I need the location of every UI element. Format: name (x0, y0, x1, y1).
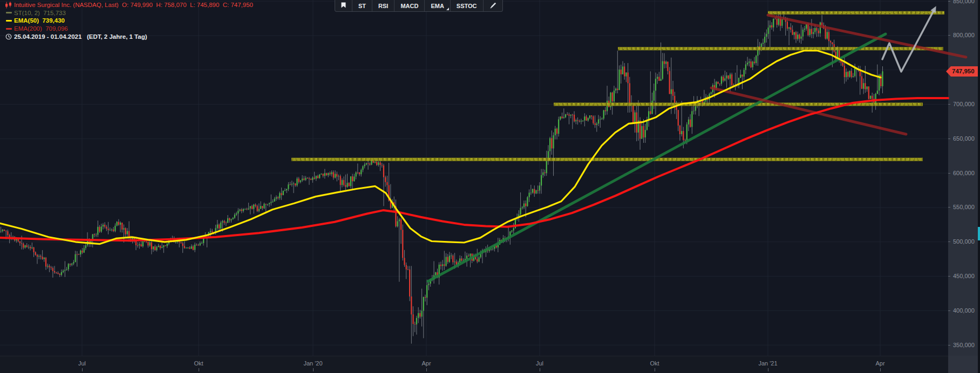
tool-rsi-button[interactable]: RSI (372, 0, 394, 11)
time-tick-label: Jul (536, 360, 543, 367)
tool-sstoc-button[interactable]: SSTOC (450, 0, 483, 11)
supertrend-legend-text: ST(10, 2) 715,733 (14, 10, 66, 16)
legend: Intuitive Surgical Inc. (NASDAQ, Last) O… (3, 1, 253, 40)
candles-icon (3, 2, 14, 9)
time-tick-label: Apr (875, 360, 884, 367)
tool-supertrend-button[interactable]: ST (352, 0, 372, 11)
brush-icon (489, 2, 496, 10)
time-tick-label: Jan '21 (758, 360, 777, 367)
candles-layer (0, 12, 883, 344)
legend-row-ema50[interactable]: EMA(50) 739,430 (3, 17, 253, 25)
time-tick-mark (82, 368, 83, 371)
tool-macd-button[interactable]: MACD (394, 0, 424, 11)
indicator-toolbar: ST RSI MACD EMA SSTOC (335, 0, 503, 12)
clock-icon (3, 33, 14, 40)
time-tick-mark (540, 368, 540, 371)
time-tick-mark (426, 368, 427, 371)
time-tick-label: Jan '20 (303, 360, 322, 367)
time-axis[interactable]: JulOktJan '20AprJulOktJan '21Apr (0, 356, 948, 373)
trendlines-layer (428, 15, 966, 281)
watchlist-flag-button[interactable] (335, 0, 352, 11)
tool-ema-label: EMA (431, 3, 444, 9)
ema50-legend-text: EMA(50) 739,430 (14, 17, 65, 24)
line-dash-icon (3, 28, 14, 30)
line-dash-icon (3, 12, 14, 13)
horizontal-levels-layer (291, 12, 944, 160)
legend-row-daterange[interactable]: 25.04.2019 - 01.04.2021 (EDT, 2 Jahre, 1… (3, 32, 253, 40)
time-tick-label: Apr (421, 360, 431, 367)
tool-ema-button[interactable]: EMA (424, 0, 450, 11)
time-tick-label: Jul (78, 360, 86, 367)
instrument-legend-text: Intuitive Surgical Inc. (NASDAQ, Last) O… (14, 2, 253, 8)
date-range-text: 25.04.2019 - 01.04.2021 (EDT, 2 Jahre, 1… (14, 33, 147, 40)
time-tick-mark (880, 368, 881, 371)
ema-overlays-layer (0, 51, 948, 244)
legend-row-ema200[interactable]: EMA(200) 709,096 (3, 25, 253, 33)
projection-arrow-layer (882, 6, 936, 72)
line-dash-icon (3, 20, 14, 22)
time-tick-mark (199, 368, 199, 371)
time-tick-mark (313, 368, 314, 371)
dropdown-corner-icon (446, 8, 449, 10)
time-tick-label: Okt (650, 360, 659, 367)
flag-icon (341, 2, 346, 9)
axis-corner (948, 356, 980, 373)
legend-row-instrument[interactable]: Intuitive Surgical Inc. (NASDAQ, Last) O… (3, 1, 253, 9)
time-tick-mark (768, 368, 768, 371)
time-tick-label: Okt (194, 360, 203, 367)
time-tick-mark (655, 368, 655, 371)
legend-row-supertrend[interactable]: ST(10, 2) 715,733 (3, 9, 253, 17)
last-price-tag: 747,950 (946, 66, 978, 77)
chart-window: 850,000800,000750,000700,000650,000600,0… (0, 0, 980, 373)
price-chart-canvas[interactable] (0, 0, 980, 356)
draw-brush-button[interactable] (483, 0, 502, 11)
gridlines-layer (0, 0, 948, 356)
ema200-legend-text: EMA(200) 709,096 (14, 25, 68, 32)
last-price-value: 747,950 (952, 68, 975, 74)
